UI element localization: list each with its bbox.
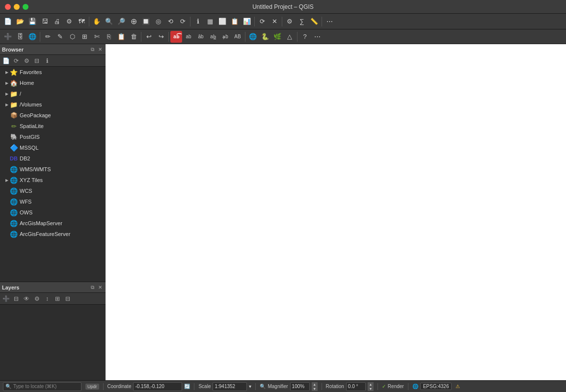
layers-move-btn[interactable]: ↕ xyxy=(42,294,52,304)
browser-item-db2[interactable]: DB DB2 xyxy=(0,153,106,164)
browser-item-postgis[interactable]: 🐘 PostGIS xyxy=(0,131,106,142)
magnifier-down[interactable]: ▼ xyxy=(312,387,318,391)
browser-item-arcgisfeature[interactable]: 🌐 ArcGisFeatureServer xyxy=(0,229,106,239)
select-btn[interactable]: ▦ xyxy=(204,16,216,27)
zoom-selection-btn[interactable]: ◎ xyxy=(152,16,164,27)
browser-item-mssql[interactable]: 🔷 MSSQL xyxy=(0,142,106,153)
browser-item-spatialite[interactable]: ✏ SpatiaLite xyxy=(0,121,106,131)
browser-refresh-btn[interactable]: ⟳ xyxy=(11,56,21,66)
layers-expand-btn[interactable]: ⊞ xyxy=(53,294,62,304)
cancel-btn[interactable]: ✕ xyxy=(269,16,280,27)
expander-root[interactable]: ▶ xyxy=(4,91,10,97)
map-settings-btn[interactable]: 🗺 xyxy=(76,16,87,27)
abc6-btn[interactable]: AB xyxy=(232,31,243,43)
paste-btn[interactable]: 📋 xyxy=(115,31,127,43)
browser-item-volumes[interactable]: ▶ 📁 /Volumes xyxy=(0,99,106,110)
rotation-down[interactable]: ▼ xyxy=(368,387,374,391)
layers-close-btn[interactable]: ✕ xyxy=(97,284,104,291)
browser-item-home[interactable]: ▶ 🏠 Home xyxy=(0,78,106,88)
zoom-in-btn[interactable]: 🔍 xyxy=(103,16,115,27)
map-canvas[interactable] xyxy=(106,44,566,380)
expander-home[interactable]: ▶ xyxy=(4,80,10,86)
layers-add-btn[interactable]: ➕ xyxy=(1,294,11,304)
layers-eye-btn[interactable]: 👁 xyxy=(22,294,31,304)
settings-btn[interactable]: ⚙ xyxy=(284,16,296,27)
abc2-btn[interactable]: ab xyxy=(183,31,194,43)
browser-collapse-btn[interactable]: ⊟ xyxy=(32,56,42,66)
zoom-layer-btn[interactable]: 🔲 xyxy=(140,16,152,27)
grass-btn[interactable]: 🌿 xyxy=(271,31,283,43)
adv-digitize-btn[interactable]: ⊞ xyxy=(79,31,90,43)
browser-filter-btn[interactable]: ⚙ xyxy=(22,56,31,66)
add-layer-btn[interactable]: ➕ xyxy=(2,31,14,43)
zoom-last-btn[interactable]: ⟲ xyxy=(164,16,176,27)
layers-filter-btn[interactable]: ⚙ xyxy=(32,294,42,304)
data-source-btn[interactable]: 🗄 xyxy=(14,31,26,43)
processing-btn[interactable]: △ xyxy=(284,31,296,43)
browser-item-root[interactable]: ▶ 📁 / xyxy=(0,88,106,99)
expander-xyz[interactable]: ▶ xyxy=(4,177,10,183)
browser-add-btn[interactable]: 📄 xyxy=(1,56,11,66)
node-tool-btn[interactable]: ⬡ xyxy=(66,31,78,43)
browser-float-btn[interactable]: ⧉ xyxy=(89,46,96,53)
delete-btn[interactable]: 🗑 xyxy=(128,31,139,43)
browser-tb-btn[interactable]: 🌐 xyxy=(27,31,38,43)
maximize-button[interactable] xyxy=(23,4,28,10)
epsg-button[interactable]: EPSG:4326 xyxy=(420,383,452,390)
refresh-btn[interactable]: ⟳ xyxy=(256,16,268,27)
rotation-spinner[interactable]: ▲ ▼ xyxy=(368,382,374,391)
expander-favorites[interactable]: ▶ xyxy=(4,69,10,75)
abc1-btn[interactable]: ab͡ xyxy=(170,31,182,43)
magnifier-spinner[interactable]: ▲ ▼ xyxy=(312,382,318,391)
cut-btn[interactable]: ✄ xyxy=(91,31,103,43)
zoom-next-btn[interactable]: ⟳ xyxy=(177,16,189,27)
stat-btn[interactable]: 📊 xyxy=(241,16,253,27)
pan-map-btn[interactable]: ✋ xyxy=(91,16,103,27)
open-project-btn[interactable]: 📂 xyxy=(14,16,26,27)
print-layout-btn[interactable]: 🖨 xyxy=(51,16,63,27)
magnifier-input[interactable] xyxy=(290,382,310,391)
save-project-btn[interactable]: 💾 xyxy=(27,16,38,27)
locate-bar[interactable]: 🔍 Type to locate (⌘K) xyxy=(3,382,81,391)
browser-close-btn[interactable]: ✕ xyxy=(97,46,104,53)
abc3-btn[interactable]: āb xyxy=(195,31,207,43)
python-btn[interactable]: 🐍 xyxy=(259,31,271,43)
rotation-input[interactable] xyxy=(346,382,366,391)
abc5-btn[interactable]: ạb xyxy=(219,31,231,43)
edit-btn[interactable]: ✏ xyxy=(42,31,54,43)
project-properties-btn[interactable]: ⚙ xyxy=(63,16,75,27)
select-rect-btn[interactable]: ⬜ xyxy=(216,16,228,27)
scale-dropdown-icon[interactable]: ▾ xyxy=(249,384,251,389)
warning-icon[interactable]: ⚠ xyxy=(456,384,460,389)
browser-item-favorites[interactable]: ▶ ⭐ Favorites xyxy=(0,67,106,78)
browser-item-geopackage[interactable]: 📦 GeoPackage xyxy=(0,110,106,121)
zoom-out-btn[interactable]: 🔎 xyxy=(115,16,127,27)
browser-item-ows[interactable]: 🌐 OWS xyxy=(0,207,106,218)
rotation-up[interactable]: ▲ xyxy=(368,382,374,387)
close-button[interactable] xyxy=(5,4,11,10)
layers-collapse-btn[interactable]: ⊟ xyxy=(63,294,73,304)
measure-btn[interactable]: 📏 xyxy=(308,16,320,27)
more2-btn[interactable]: ⋯ xyxy=(311,31,323,43)
digitize-btn[interactable]: ✎ xyxy=(54,31,66,43)
tile-btn[interactable]: 🌐 xyxy=(247,31,259,43)
plugins-btn[interactable]: ∑ xyxy=(296,16,308,27)
abc4-btn[interactable]: ab̲ xyxy=(207,31,219,43)
coordinate-input[interactable] xyxy=(133,382,182,391)
expander-volumes[interactable]: ▶ xyxy=(4,102,10,107)
extra-btn[interactable]: ⋯ xyxy=(323,16,335,27)
undo-btn[interactable]: ↩ xyxy=(143,31,155,43)
layers-float-btn[interactable]: ⧉ xyxy=(89,284,96,291)
zoom-full-btn[interactable]: ⊕ xyxy=(128,16,139,27)
minimize-button[interactable] xyxy=(14,4,20,10)
browser-item-wfs[interactable]: 🌐 WFS xyxy=(0,196,106,207)
redo-btn[interactable]: ↪ xyxy=(155,31,167,43)
browser-item-wms[interactable]: 🌐 WMS/WMTS xyxy=(0,164,106,175)
browser-item-arcgismap[interactable]: 🌐 ArcGisMapServer xyxy=(0,218,106,229)
browser-info-btn[interactable]: ℹ xyxy=(42,56,52,66)
magnifier-up[interactable]: ▲ xyxy=(312,382,318,387)
copy-btn[interactable]: ⎘ xyxy=(103,31,115,43)
save-project-as-btn[interactable]: 🖫 xyxy=(39,16,51,27)
layers-remove-btn[interactable]: ⊟ xyxy=(11,294,21,304)
browser-item-wcs[interactable]: 🌐 WCS xyxy=(0,185,106,196)
